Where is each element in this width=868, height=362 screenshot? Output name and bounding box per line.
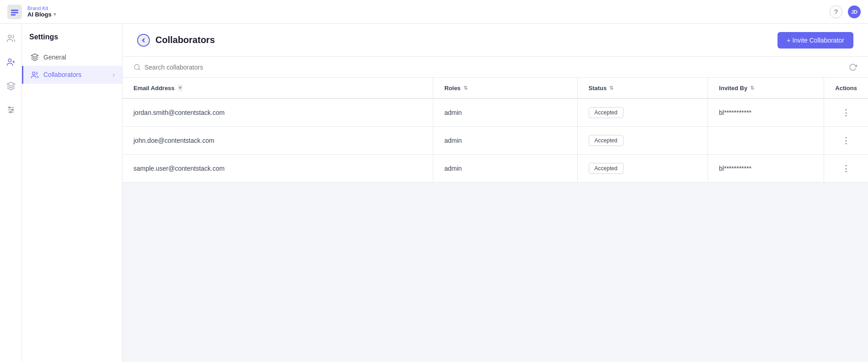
main-layout: Settings General Collaborators › [0, 24, 868, 362]
search-bar [122, 57, 868, 78]
svg-point-15 [32, 72, 35, 75]
status-cell: Accepted [577, 155, 708, 183]
sidebar-title: Settings [22, 33, 122, 49]
user-add-rail-icon[interactable] [4, 55, 18, 70]
avatar[interactable]: JD [848, 5, 861, 18]
row-actions-button[interactable]: ⋮ [842, 135, 850, 146]
roles-cell: admin [433, 127, 577, 155]
collaborators-icon [31, 70, 39, 79]
svg-point-3 [8, 35, 11, 38]
brand-kit-label: Brand Kit [27, 5, 56, 11]
topnav-right: ? JD [830, 5, 861, 18]
status-badge: Accepted [589, 107, 623, 118]
sidebar-item-general-label: General [43, 54, 66, 61]
col-header-roles: Roles ⇅ [433, 78, 577, 98]
search-input-wrap [133, 63, 849, 71]
collaborators-table: Email Address ▾ Roles ⇅ [122, 78, 868, 183]
svg-marker-14 [32, 54, 38, 58]
svg-marker-7 [7, 82, 15, 86]
main-content: Collaborators + Invite Collaborator [122, 24, 868, 362]
email-cell: jordan.smith@contentstack.com [122, 98, 433, 127]
page-header-left: Collaborators [137, 34, 215, 47]
svg-point-16 [134, 65, 139, 70]
topnav-left: Brand Kit AI Blogs ▾ [7, 5, 56, 19]
table-row: jordan.smith@contentstack.com admin Acce… [122, 98, 868, 127]
invited-sort-icon[interactable]: ⇅ [750, 85, 754, 91]
brand-logo-icon [7, 5, 22, 19]
table-row: john.doe@contentstack.com admin Accepted… [122, 127, 868, 155]
svg-point-13 [10, 111, 11, 113]
search-icon [133, 63, 141, 71]
roles-sort-icon[interactable]: ⇅ [463, 85, 468, 91]
email-cell: john.doe@contentstack.com [122, 127, 433, 155]
email-filter-icon[interactable]: ▾ [177, 84, 183, 92]
status-cell: Accepted [577, 98, 708, 127]
refresh-button[interactable] [849, 62, 857, 72]
svg-line-17 [138, 69, 140, 70]
status-badge: Accepted [589, 135, 623, 146]
svg-point-4 [8, 59, 11, 62]
actions-cell: ⋮ [824, 98, 868, 127]
row-actions-button[interactable]: ⋮ [842, 108, 850, 118]
status-cell: Accepted [577, 127, 708, 155]
stack-rail-icon[interactable] [4, 79, 18, 93]
roles-cell: admin [433, 155, 577, 183]
ai-blogs-dropdown-icon: ▾ [53, 11, 56, 17]
svg-rect-0 [11, 10, 18, 11]
svg-rect-2 [11, 14, 16, 16]
users-rail-icon[interactable] [4, 31, 18, 46]
layers-icon [31, 53, 39, 61]
table-row: sample.user@contentstack.com admin Accep… [122, 155, 868, 183]
content-area: Email Address ▾ Roles ⇅ [122, 57, 868, 362]
ai-blogs-label[interactable]: AI Blogs ▾ [27, 11, 56, 18]
status-badge: Accepted [589, 163, 623, 174]
svg-point-11 [11, 109, 13, 110]
back-button[interactable] [137, 34, 150, 47]
search-input[interactable] [144, 64, 282, 71]
col-header-invited-by: Invited By ⇅ [708, 78, 824, 98]
filter-rail-icon[interactable] [4, 103, 18, 117]
icon-rail [0, 24, 22, 362]
svg-rect-1 [11, 12, 18, 13]
sidebar-item-general[interactable]: General [22, 49, 122, 66]
invited-by-cell: bl*********** [708, 155, 824, 183]
actions-cell: ⋮ [824, 127, 868, 155]
topnav: Brand Kit AI Blogs ▾ ? JD [0, 0, 868, 24]
page-header: Collaborators + Invite Collaborator [122, 24, 868, 57]
status-sort-icon[interactable]: ⇅ [609, 85, 613, 91]
invited-by-cell: bl*********** [708, 98, 824, 127]
sidebar-item-collaborators-label: Collaborators [43, 71, 81, 78]
roles-cell: admin [433, 98, 577, 127]
help-button[interactable]: ? [830, 5, 842, 18]
brand-info: Brand Kit AI Blogs ▾ [27, 5, 56, 18]
sidebar-item-collaborators[interactable]: Collaborators › [22, 66, 122, 83]
col-header-status: Status ⇅ [577, 78, 708, 98]
col-header-actions: Actions [824, 78, 868, 98]
invited-by-cell [708, 127, 824, 155]
chevron-right-icon: › [112, 71, 115, 78]
email-cell: sample.user@contentstack.com [122, 155, 433, 183]
actions-cell: ⋮ [824, 155, 868, 183]
svg-point-9 [9, 107, 10, 108]
invite-collaborator-button[interactable]: + Invite Collaborator [777, 32, 853, 49]
page-title: Collaborators [155, 35, 215, 45]
col-header-email: Email Address ▾ [122, 78, 433, 98]
sidebar: Settings General Collaborators › [22, 24, 122, 362]
row-actions-button[interactable]: ⋮ [842, 163, 850, 173]
